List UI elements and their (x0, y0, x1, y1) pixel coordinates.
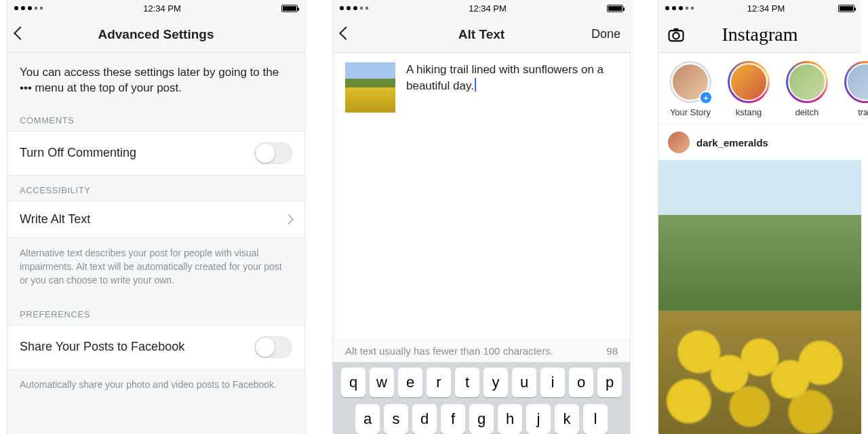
key-w[interactable]: w (370, 368, 394, 397)
signal-dots (14, 6, 43, 10)
story-label: trav (858, 107, 868, 117)
photo-thumbnail (345, 62, 395, 113)
row-turn-off-commenting[interactable]: Turn Off Commenting (7, 131, 304, 176)
key-i[interactable]: i (540, 368, 565, 397)
row-write-alt-text[interactable]: Write Alt Text (7, 201, 304, 238)
text-cursor (475, 78, 476, 92)
svg-point-1 (673, 33, 679, 39)
intro-text: You can access these settings later by g… (7, 53, 304, 106)
nav-bar: Instagram (658, 16, 861, 53)
back-button[interactable] (16, 16, 25, 52)
key-a[interactable]: a (355, 404, 380, 434)
section-comments-label: COMMENTS (7, 106, 304, 131)
key-u[interactable]: u (512, 368, 536, 397)
page-title: Advanced Settings (98, 27, 214, 42)
hint-text: Alt text usually has fewer than 100 char… (345, 345, 553, 357)
nav-bar: Alt Text Done (333, 16, 630, 53)
story-your-story[interactable]: + Your Story (668, 61, 713, 117)
key-f[interactable]: f (441, 404, 465, 434)
done-button[interactable]: Done (591, 16, 620, 52)
key-p[interactable]: p (597, 368, 622, 397)
brand-logo: Instagram (722, 24, 798, 45)
key-j[interactable]: j (526, 404, 551, 434)
key-r[interactable]: r (427, 368, 451, 397)
camera-button[interactable] (667, 16, 686, 52)
key-e[interactable]: e (398, 368, 422, 397)
signal-dots (340, 6, 368, 10)
story-label: Your Story (670, 107, 711, 117)
alt-text-hint-bar: Alt text usually has fewer than 100 char… (333, 339, 630, 362)
signal-dots (665, 6, 694, 10)
page-title: Alt Text (458, 27, 505, 42)
screen-alt-text: 12:34 PM Alt Text Done A hiking trail li… (332, 0, 631, 434)
section-preferences-label: PREFERENCES (7, 300, 304, 325)
chevron-left-icon (341, 27, 351, 41)
camera-icon (667, 25, 686, 44)
key-o[interactable]: o (569, 368, 593, 397)
preferences-helper-text: Automatically share your photo and video… (7, 370, 304, 403)
chevron-right-icon (285, 212, 292, 226)
keyboard: qwertyuiop asdfghjkl (333, 362, 630, 434)
key-t[interactable]: t (455, 368, 479, 397)
status-time: 12:34 PM (747, 3, 785, 14)
key-g[interactable]: g (469, 404, 494, 434)
nav-bar: Advanced Settings (7, 16, 304, 53)
row-label: Turn Off Commenting (20, 146, 136, 160)
story-item[interactable]: deitch (785, 61, 829, 117)
screen-feed: 12:34 PM Instagram + Your Story kstang d… (658, 0, 861, 434)
toggle-commenting[interactable] (254, 142, 292, 164)
status-time: 12:34 PM (469, 3, 507, 14)
battery-icon (281, 5, 298, 12)
battery-icon (838, 5, 854, 12)
key-k[interactable]: k (555, 404, 579, 434)
key-q[interactable]: q (341, 368, 366, 397)
status-bar: 12:34 PM (658, 0, 861, 16)
status-bar: 12:34 PM (7, 0, 304, 16)
key-h[interactable]: h (498, 404, 522, 434)
alt-text-input[interactable]: A hiking trail lined with sunflowers on … (406, 62, 618, 113)
toggle-share-facebook[interactable] (254, 336, 292, 358)
accessibility-helper-text: Alternative text describes your post for… (7, 238, 304, 300)
screen-advanced-settings: 12:34 PM Advanced Settings You can acces… (7, 0, 305, 434)
stories-tray[interactable]: + Your Story kstang deitch trav (658, 53, 861, 125)
key-y[interactable]: y (484, 368, 508, 397)
key-d[interactable]: d (412, 404, 437, 434)
back-button[interactable] (341, 16, 351, 52)
story-item[interactable]: trav (843, 61, 868, 117)
chevron-left-icon (16, 27, 25, 41)
story-item[interactable]: kstang (726, 61, 771, 117)
post-header[interactable]: dark_emeralds (658, 125, 861, 160)
status-bar: 12:34 PM (333, 0, 630, 16)
plus-badge-icon: + (699, 91, 713, 104)
post-username: dark_emeralds (696, 137, 768, 149)
post-image[interactable] (658, 160, 861, 434)
battery-icon (607, 5, 623, 12)
char-count: 98 (606, 345, 618, 357)
section-accessibility-label: ACCESSIBILITY (7, 176, 304, 201)
row-label: Write Alt Text (20, 212, 90, 226)
avatar (668, 132, 690, 153)
story-label: kstang (736, 107, 762, 117)
row-label: Share Your Posts to Facebook (20, 340, 184, 354)
status-time: 12:34 PM (143, 3, 181, 14)
row-share-facebook[interactable]: Share Your Posts to Facebook (7, 325, 304, 370)
story-label: deitch (795, 107, 819, 117)
alt-text-value: A hiking trail lined with sunflowers on … (406, 63, 604, 92)
key-s[interactable]: s (384, 404, 408, 434)
key-l[interactable]: l (583, 404, 608, 434)
